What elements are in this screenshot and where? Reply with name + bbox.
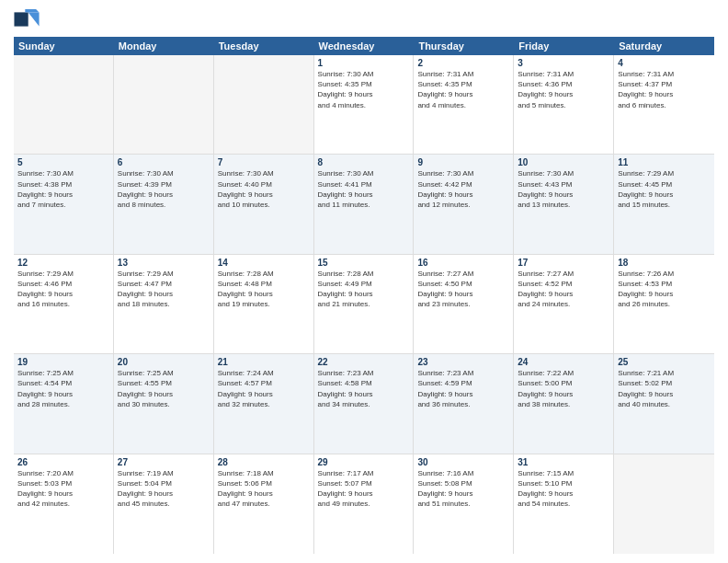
logo-icon [14,9,40,29]
cell-text-line: Sunset: 4:43 PM [518,179,609,190]
cell-text-line: Sunset: 4:50 PM [417,279,509,289]
cal-cell-13: 13Sunrise: 7:29 AMSunset: 4:47 PMDayligh… [114,255,214,353]
cell-text-line: Daylight: 9 hours [17,190,109,200]
cell-text-line: Daylight: 9 hours [417,289,509,299]
cal-cell-23: 23Sunrise: 7:23 AMSunset: 4:59 PMDayligh… [414,354,514,453]
cell-text-line: Sunset: 4:47 PM [118,279,210,289]
week-row-4: 26Sunrise: 7:20 AMSunset: 5:03 PMDayligh… [14,454,714,554]
svg-rect-0 [14,12,28,26]
cal-cell-24: 24Sunrise: 7:22 AMSunset: 5:00 PMDayligh… [514,354,614,453]
day-number: 5 [17,157,109,167]
cell-text-line: Sunrise: 7:25 AM [17,368,109,378]
cal-cell-19: 19Sunrise: 7:25 AMSunset: 4:54 PMDayligh… [14,354,114,453]
calendar-header: SundayMondayTuesdayWednesdayThursdayFrid… [14,37,714,55]
cal-cell-29: 29Sunrise: 7:17 AMSunset: 5:07 PMDayligh… [314,454,415,554]
cell-text-line: Sunset: 4:39 PM [118,179,210,190]
cell-text-line: Sunset: 4:49 PM [318,279,410,289]
day-number: 27 [118,457,210,467]
cell-text-line: Sunset: 5:02 PM [618,378,711,388]
cal-cell-9: 9Sunrise: 7:30 AMSunset: 4:42 PMDaylight… [414,155,514,253]
cell-text-line: and 8 minutes. [118,200,210,210]
cell-text-line: Sunrise: 7:29 AM [17,269,109,279]
cell-text-line: Sunrise: 7:29 AM [618,168,711,178]
cal-cell-3: 3Sunrise: 7:31 AMSunset: 4:36 PMDaylight… [514,55,614,154]
week-row-1: 5Sunrise: 7:30 AMSunset: 4:38 PMDaylight… [14,155,714,254]
day-header-tuesday: Tuesday [214,37,314,55]
cell-text-line: Sunrise: 7:30 AM [318,69,410,79]
week-row-2: 12Sunrise: 7:29 AMSunset: 4:46 PMDayligh… [14,255,714,354]
cell-text-line: and 13 minutes. [518,200,609,210]
cell-text-line: and 11 minutes. [318,200,410,210]
day-number: 14 [218,258,310,268]
cal-cell-6: 6Sunrise: 7:30 AMSunset: 4:39 PMDaylight… [114,155,214,253]
cell-text-line: Sunrise: 7:30 AM [17,168,109,178]
cell-text-line: Sunrise: 7:26 AM [618,269,711,279]
cal-cell-20: 20Sunrise: 7:25 AMSunset: 4:55 PMDayligh… [114,354,214,453]
page: SundayMondayTuesdayWednesdayThursdayFrid… [0,0,728,563]
cell-text-line: Sunrise: 7:30 AM [518,168,609,178]
svg-marker-1 [25,9,39,12]
cell-text-line: Sunset: 4:54 PM [17,378,109,388]
cell-text-line: Sunset: 4:57 PM [218,378,310,388]
day-header-sunday: Sunday [14,37,114,55]
day-number: 16 [417,258,509,268]
cell-text-line: Sunset: 4:41 PM [318,179,410,190]
cell-text-line: Daylight: 9 hours [318,488,410,499]
cell-text-line: Sunset: 5:00 PM [518,378,609,388]
day-number: 7 [218,157,310,167]
cell-text-line: Daylight: 9 hours [518,488,609,499]
cell-text-line: and 28 minutes. [17,399,109,409]
cell-text-line: Sunset: 4:46 PM [17,279,109,289]
cell-text-line: Sunset: 4:59 PM [417,378,509,388]
day-number: 22 [318,357,410,367]
cell-text-line: and 34 minutes. [318,399,410,409]
day-number: 30 [417,457,509,467]
calendar-body: 1Sunrise: 7:30 AMSunset: 4:35 PMDaylight… [14,55,714,554]
cell-text-line: Sunset: 5:08 PM [417,478,509,488]
cell-text-line: and 15 minutes. [618,200,711,210]
day-number: 2 [417,58,509,68]
cell-text-line: and 32 minutes. [218,399,310,409]
cell-text-line: Sunset: 5:10 PM [518,478,609,488]
cell-text-line: Sunrise: 7:28 AM [318,269,410,279]
day-number: 31 [518,457,609,467]
cal-cell-12: 12Sunrise: 7:29 AMSunset: 4:46 PMDayligh… [14,255,114,353]
cell-text-line: Sunset: 4:55 PM [118,378,210,388]
cell-text-line: and 10 minutes. [218,200,310,210]
cell-text-line: Sunrise: 7:23 AM [318,368,410,378]
day-number: 21 [218,357,310,367]
cell-text-line: Sunrise: 7:21 AM [618,368,711,378]
cell-text-line: Daylight: 9 hours [618,289,711,299]
cell-text-line: Sunrise: 7:19 AM [118,468,210,478]
cell-text-line: Daylight: 9 hours [218,488,310,499]
cell-text-line: Sunset: 4:48 PM [218,279,310,289]
cal-cell-21: 21Sunrise: 7:24 AMSunset: 4:57 PMDayligh… [214,354,314,453]
cell-text-line: Sunrise: 7:31 AM [518,69,609,79]
cell-text-line: Sunset: 4:58 PM [318,378,410,388]
cell-text-line: Daylight: 9 hours [518,289,609,299]
day-number: 29 [318,457,410,467]
cell-text-line: Sunset: 4:37 PM [618,79,711,89]
cell-text-line: Sunset: 4:35 PM [318,79,410,89]
cell-text-line: Sunrise: 7:17 AM [318,468,410,478]
cell-text-line: and 21 minutes. [318,299,410,309]
cal-cell-8: 8Sunrise: 7:30 AMSunset: 4:41 PMDaylight… [314,155,415,253]
day-number: 3 [518,58,609,68]
cell-text-line: Daylight: 9 hours [417,488,509,499]
cell-text-line: Daylight: 9 hours [618,89,711,99]
cal-cell-17: 17Sunrise: 7:27 AMSunset: 4:52 PMDayligh… [514,255,614,353]
day-number: 12 [17,258,109,268]
cell-text-line: Sunrise: 7:16 AM [417,468,509,478]
cell-text-line: Daylight: 9 hours [318,389,410,399]
cal-cell-2: 2Sunrise: 7:31 AMSunset: 4:35 PMDaylight… [414,55,514,154]
cell-text-line: and 4 minutes. [318,100,410,110]
cell-text-line: and 4 minutes. [417,100,509,110]
cal-cell-31: 31Sunrise: 7:15 AMSunset: 5:10 PMDayligh… [514,454,614,554]
cell-text-line: and 54 minutes. [518,499,609,509]
cal-cell-30: 30Sunrise: 7:16 AMSunset: 5:08 PMDayligh… [414,454,514,554]
cell-text-line: Sunrise: 7:31 AM [618,69,711,79]
calendar: SundayMondayTuesdayWednesdayThursdayFrid… [14,37,714,554]
cal-cell-7: 7Sunrise: 7:30 AMSunset: 4:40 PMDaylight… [214,155,314,253]
cell-text-line: Sunrise: 7:23 AM [417,368,509,378]
day-number: 10 [518,157,609,167]
